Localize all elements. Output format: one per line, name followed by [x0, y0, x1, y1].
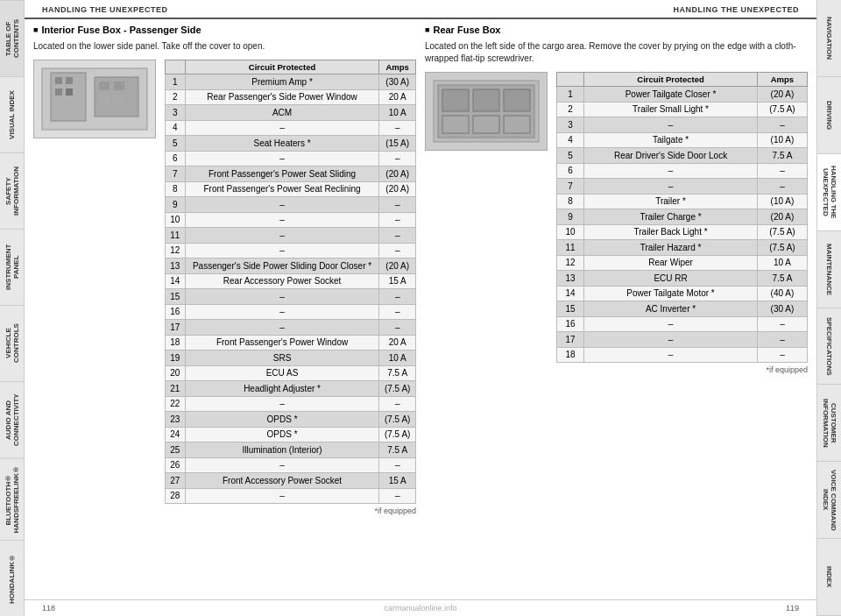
row-amps: –	[379, 396, 416, 412]
row-amps: –	[379, 197, 416, 213]
right-tab-group: NAVIGATION DRIVING HANDLING THE UNEXPECT…	[816, 0, 841, 616]
row-amps: 10 A	[757, 255, 807, 271]
row-num: 2	[557, 102, 584, 117]
svg-rect-15	[504, 89, 530, 111]
row-num: 24	[166, 427, 186, 443]
table-row: 16 – –	[557, 316, 808, 332]
row-num: 15	[166, 289, 186, 305]
table-row: 14 Power Tailgate Motor * (40 A)	[557, 286, 808, 301]
row-num: 10	[557, 224, 584, 240]
table-row: 22 – –	[166, 396, 416, 412]
tab-handling-unexpected[interactable]: HANDLING THE UNEXPECTED	[817, 154, 841, 231]
main-content: HANDLING THE UNEXPECTED HANDLING THE UNE…	[25, 0, 816, 616]
tab-audio-connectivity[interactable]: AUDIO AND CONNECTIVITY	[0, 381, 24, 457]
table-row: 8 Trailer * (10 A)	[557, 194, 808, 209]
row-circuit: –	[185, 289, 379, 305]
row-circuit: –	[185, 488, 379, 504]
row-num: 6	[166, 151, 186, 166]
row-amps: 7.5 A	[757, 271, 807, 287]
tab-index[interactable]: INDEX	[817, 539, 841, 616]
table-row: 12 – –	[166, 243, 416, 258]
row-num: 17	[557, 332, 584, 348]
table-row: 7 – –	[557, 179, 808, 195]
svg-rect-3	[55, 77, 62, 84]
row-num: 9	[166, 197, 186, 213]
row-amps: –	[379, 212, 416, 228]
tab-bluetooth[interactable]: BLUETOOTH® HANDSFREELINK®	[0, 457, 24, 540]
right-section-desc: Located on the left side of the cargo ar…	[425, 40, 808, 65]
row-circuit: Illumination (Interior)	[185, 443, 379, 458]
table-row: 9 Trailer Charge * (20 A)	[557, 209, 808, 225]
row-amps: (7.5 A)	[379, 427, 416, 443]
tab-visual-index[interactable]: VISUAL INDEX	[0, 76, 24, 152]
row-amps: –	[379, 304, 416, 320]
tab-instrument-panel[interactable]: INSTRUMENT PANEL	[0, 229, 24, 305]
row-circuit: Front Passenger's Power Seat Sliding	[185, 166, 379, 182]
row-circuit: Headlight Adjuster *	[185, 381, 379, 397]
tab-vehicle-controls[interactable]: VEHICLE CONTROLS	[0, 305, 24, 381]
table-row: 17 – –	[557, 332, 808, 348]
tab-navigation[interactable]: NAVIGATION	[817, 0, 841, 77]
col-amps-header-right: Amps	[757, 73, 807, 87]
row-circuit: Rear Wiper	[584, 255, 758, 271]
table-row: 7 Front Passenger's Power Seat Sliding (…	[166, 166, 416, 182]
table-row: 10 – –	[166, 212, 416, 228]
table-row: 3 ACM 10 A	[166, 105, 416, 121]
row-amps: –	[379, 151, 416, 166]
tab-customer-info[interactable]: CUSTOMER INFORMATION	[817, 385, 841, 462]
table-row: 11 – –	[166, 228, 416, 244]
table-row: 20 ECU AS 7.5 A	[166, 365, 416, 381]
table-row: 1 Premium Amp * (30 A)	[166, 74, 416, 90]
row-amps: –	[757, 316, 807, 332]
tab-voice-command[interactable]: VOICE COMMAND INDEX	[817, 462, 841, 539]
svg-rect-16	[442, 116, 469, 133]
svg-rect-6	[66, 89, 73, 96]
row-circuit: –	[185, 304, 379, 320]
row-num: 14	[166, 273, 186, 289]
svg-rect-17	[473, 116, 499, 133]
row-num: 5	[557, 148, 584, 164]
header-left-title: HANDLING THE UNEXPECTED	[42, 5, 168, 14]
row-amps: (7.5 A)	[757, 102, 807, 117]
svg-rect-9	[99, 95, 110, 103]
left-if-equipped: *if equipped	[33, 506, 416, 515]
row-amps: –	[379, 243, 416, 258]
tab-maintenance[interactable]: MAINTENANCE	[817, 231, 841, 308]
row-circuit: Passenger's Side Power Sliding Door Clos…	[185, 258, 379, 274]
row-circuit: SRS	[185, 350, 379, 366]
right-fuse-table: Circuit Protected Amps 1 Power Tailgate …	[556, 72, 808, 363]
tab-safety-information[interactable]: SAFETY INFORMATION	[0, 152, 24, 229]
tab-table-of-contents[interactable]: TABLE OF CONTENTS	[0, 0, 24, 76]
tab-hondalink[interactable]: HONDALINK®	[0, 540, 24, 616]
row-amps: –	[379, 120, 416, 136]
row-num: 23	[166, 412, 186, 428]
left-fuse-table: Circuit Protected Amps 1 Premium Amp * (…	[165, 60, 416, 504]
row-amps: (30 A)	[757, 301, 807, 317]
tab-specifications[interactable]: SPECIFICATIONS	[817, 308, 841, 386]
header-right-title: HANDLING THE UNEXPECTED	[673, 5, 799, 14]
left-column: Interior Fuse Box - Passenger Side Locat…	[33, 25, 416, 599]
table-row: 16 – –	[166, 304, 416, 320]
page-number-right: 119	[786, 604, 799, 612]
row-num: 12	[166, 243, 186, 258]
row-amps: –	[757, 179, 807, 195]
row-amps: (10 A)	[757, 194, 807, 209]
row-circuit: Seat Heaters *	[185, 136, 379, 152]
row-circuit: –	[185, 320, 379, 336]
row-circuit: –	[584, 163, 758, 179]
row-num: 11	[557, 240, 584, 256]
table-row: 6 – –	[557, 163, 808, 179]
left-section-title: Interior Fuse Box - Passenger Side	[33, 25, 416, 35]
right-section-title: Rear Fuse Box	[425, 25, 808, 35]
row-num: 21	[166, 381, 186, 397]
row-circuit: Power Tailgate Motor *	[584, 286, 758, 301]
table-row: 27 Front Accessory Power Socket 15 A	[166, 473, 416, 489]
row-num: 8	[557, 194, 584, 209]
row-num: 1	[166, 74, 186, 90]
svg-rect-10	[114, 95, 124, 103]
row-amps: (20 A)	[379, 166, 416, 182]
table-row: 15 AC Inverter * (30 A)	[557, 301, 808, 317]
table-row: 14 Rear Accessory Power Socket 15 A	[166, 273, 416, 289]
tab-driving[interactable]: DRIVING	[817, 77, 841, 154]
row-num: 17	[166, 320, 186, 336]
